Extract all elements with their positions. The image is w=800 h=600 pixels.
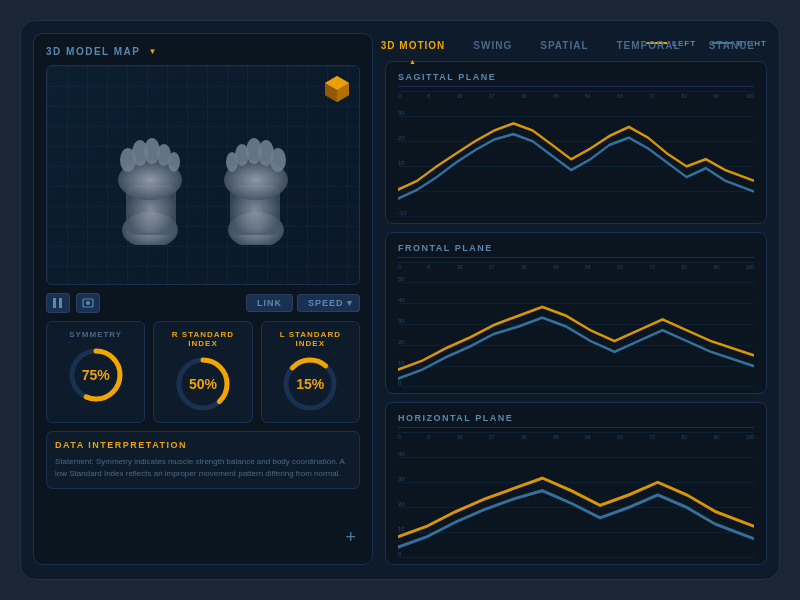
chart-sagittal: SAGITTAL PLANE 40 30 20 10 0 -10 0 8 [385,61,767,224]
chart-horizontal: HORIZONTAL PLANE 50 40 30 20 10 0 0 8 [385,402,767,565]
svg-rect-21 [59,298,62,308]
chart-frontal: FRONTAL PLANE 60 50 40 30 20 10 0 0 [385,232,767,395]
r-standard-value: 50% [173,354,233,414]
frontal-chart-svg [398,262,754,388]
metric-l-standard: L STANDARD INDEX 15% [261,321,360,423]
sagittal-title: SAGITTAL PLANE [398,72,754,87]
svg-point-11 [168,152,180,172]
nav-item-temporal[interactable]: TEMPORAL [617,40,681,51]
pause-icon[interactable] [46,293,70,313]
metric-r-standard: R STANDARD INDEX 50% [153,321,252,423]
l-standard-value: 15% [280,354,340,414]
left-foot-svg [108,105,193,245]
feet-container [108,105,298,245]
svg-point-19 [226,152,238,172]
sagittal-chart-svg [398,91,754,217]
horizontal-area: 50 40 30 20 10 0 0 8 18 27 36 45 [398,432,754,558]
frontal-area: 60 50 40 30 20 10 0 0 8 18 27 36 [398,262,754,388]
screenshot-icon[interactable] [76,293,100,313]
interpretation-title: DATA INTERPRETATION [55,440,351,450]
model-area [46,65,360,285]
add-button[interactable]: + [345,527,356,548]
r-standard-label: R STANDARD INDEX [162,330,243,348]
nav-item-swing[interactable]: SWING [473,40,512,51]
cube-icon [323,74,351,102]
horizontal-title: HORIZONTAL PLANE [398,413,754,428]
interpretation-text: Statement: Symmetry indicates muscle str… [55,456,351,480]
ctrl-btns: LINK SPEED ▾ [246,294,360,312]
l-standard-progress: 15% [280,354,340,414]
nav-item-stance[interactable]: STANCE [709,40,755,51]
symmetry-value: 75% [66,345,126,405]
ctrl-icons [46,293,100,313]
link-button[interactable]: LINK [246,294,293,312]
symmetry-progress: 75% [66,345,126,405]
controls-row: LINK SPEED ▾ [46,293,360,313]
horizontal-chart-svg [398,432,754,558]
sagittal-area: 40 30 20 10 0 -10 0 8 18 27 36 4 [398,91,754,217]
frontal-title: FRONTAL PLANE [398,243,754,258]
right-panel: LEFT RIGHT SAGITTAL PLANE 40 30 20 10 0 … [385,33,767,565]
svg-rect-20 [53,298,56,308]
svg-point-23 [86,301,90,305]
metrics-row: SYMMETRY 75% R STANDARD INDEX [46,321,360,423]
panel-title: 3D MODEL MAP [46,46,141,57]
speed-button[interactable]: SPEED ▾ [297,294,360,312]
app-container: 3D MOTION SWING SPATIAL TEMPORAL STANCE … [20,20,780,580]
left-panel: 3D MODEL MAP ▼ [33,33,373,565]
panel-arrow-icon: ▼ [149,47,157,56]
interpretation-section: DATA INTERPRETATION Statement: Symmetry … [46,431,360,489]
l-standard-label: L STANDARD INDEX [270,330,351,348]
metric-symmetry: SYMMETRY 75% [46,321,145,423]
panel-header: 3D MODEL MAP ▼ [46,46,360,57]
r-standard-progress: 50% [173,354,233,414]
symmetry-label: SYMMETRY [69,330,122,339]
top-nav: 3D MOTION SWING SPATIAL TEMPORAL STANCE [381,21,779,69]
nav-item-spatial[interactable]: SPATIAL [540,40,588,51]
nav-item-3d-motion[interactable]: 3D MOTION [381,40,446,51]
right-foot-svg [213,105,298,245]
